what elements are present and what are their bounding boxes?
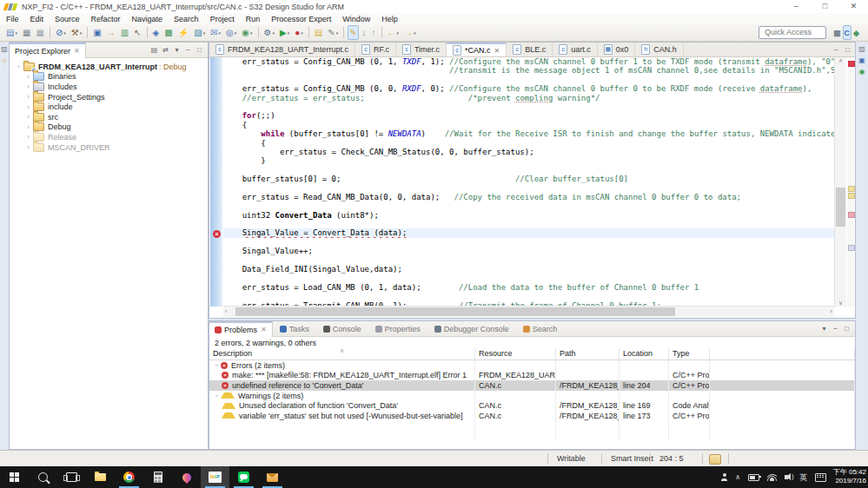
problems-group-row[interactable]: ›×Errors (2 items) [209, 360, 855, 371]
tree-item-project-settings[interactable]: ›Project_Settings [10, 92, 208, 102]
battery-icon[interactable] [748, 474, 759, 481]
save-button[interactable]: ▦ [21, 25, 32, 40]
problems-row[interactable]: Unused declaration of function 'Convert_… [209, 400, 855, 411]
open-element-button[interactable]: ▤ [313, 25, 324, 40]
forward-button[interactable]: →▾ [402, 25, 418, 40]
menu-item-search[interactable]: Search [174, 15, 199, 23]
tab-project-explorer[interactable]: Project Explorer ✕ [10, 43, 86, 58]
quick-access-box[interactable]: Quick Access [759, 26, 826, 39]
code-line[interactable]: uint32 Convert_Data (uint8*); [223, 211, 834, 220]
overview-ruler[interactable] [847, 57, 854, 307]
horizontal-scroll-thumb[interactable] [235, 307, 675, 316]
code-line[interactable]: { [223, 139, 834, 148]
dropdown-arrow-icon[interactable]: ▾ [250, 30, 253, 36]
group-expander-icon[interactable]: › [213, 392, 221, 399]
chrome-button[interactable] [115, 466, 143, 488]
debug-config-button[interactable]: ▣ [91, 25, 103, 40]
minimize-view-icon[interactable]: − [831, 43, 842, 57]
view-menu-icon[interactable]: ▾ [171, 43, 182, 57]
editor-tab-frdm-kea128-uart-interrupt-c[interactable]: cFRDM_KEA128_UART_Interrupt.c [209, 43, 355, 56]
tree-item-include[interactable]: ›include [10, 102, 208, 112]
select-tool-button[interactable]: ↖ [132, 25, 142, 40]
info-marker[interactable] [848, 245, 855, 251]
menu-item-refactor[interactable]: Refactor [91, 15, 121, 23]
code-line[interactable]: { [223, 121, 834, 129]
restore-editor-icon[interactable]: ▨ [856, 45, 868, 53]
close-button[interactable]: ✕ [839, 0, 868, 13]
refresh-button[interactable]: ◎▾ [224, 25, 238, 40]
cpp-perspective-button[interactable]: C [843, 25, 852, 40]
code-line[interactable] [223, 256, 834, 265]
code-line[interactable]: while (buffer_status[0] != NEWDATA) //Wa… [223, 129, 834, 138]
collapse-all-icon[interactable]: ▤ [149, 43, 160, 57]
mark-occurrences-button[interactable]: ✎ [348, 25, 358, 40]
code-line[interactable] [223, 76, 834, 84]
tab-debugger-console[interactable]: Debugger Console [434, 325, 509, 333]
code-line[interactable] [223, 166, 834, 175]
tree-expander-icon[interactable]: › [24, 103, 32, 111]
dropdown-arrow-icon[interactable]: ▾ [203, 30, 206, 36]
tree-expander-icon[interactable]: › [24, 133, 32, 141]
dropdown-arrow-icon[interactable]: ▾ [397, 30, 400, 36]
code-editor[interactable]: err_status = Config_CAN_MB (0, 1, TXDF, … [223, 57, 834, 307]
editor-tab-rf-c[interactable]: cRF.c [355, 43, 396, 56]
generate-code-button[interactable]: ◉▾ [240, 25, 254, 40]
group-expander-icon[interactable]: › [213, 361, 221, 369]
tree-expander-icon[interactable]: › [24, 123, 32, 131]
menu-item-window[interactable]: Window [342, 15, 370, 23]
problems-row[interactable]: ×undefined reference to 'Convert_Data'CA… [209, 380, 855, 391]
back-button[interactable]: ←▾ [386, 25, 401, 40]
dropdown-arrow-icon[interactable]: ▾ [336, 30, 339, 36]
menu-item-file[interactable]: File [6, 15, 19, 23]
tab-console[interactable]: Console [323, 325, 361, 333]
menu-item-processor-expert[interactable]: Processor Expert [271, 15, 331, 23]
tray-expand-button[interactable]: ∧ [735, 473, 740, 481]
maximize-view-icon[interactable]: □ [842, 43, 853, 57]
code-line[interactable] [223, 238, 834, 247]
code-line[interactable]: for(;;) [223, 111, 834, 120]
scroll-left-icon[interactable]: ‹ [225, 307, 228, 317]
minimized-view-icon[interactable]: ⌂ [0, 56, 9, 64]
save-all-button[interactable]: ▦ [34, 25, 45, 40]
close-view-icon[interactable]: ✕ [261, 326, 267, 333]
tree-item-src[interactable]: ›src [10, 112, 208, 122]
scroll-right-icon[interactable]: › [830, 307, 832, 317]
tree-expander-icon[interactable]: › [15, 63, 23, 70]
code-line[interactable]: err_status = Config_CAN_MB (0, 0, RXDF, … [223, 84, 834, 93]
scroll-down-icon[interactable]: ∨ [835, 300, 846, 307]
dropdown-arrow-icon[interactable]: ▾ [63, 30, 66, 36]
build-button[interactable]: ⚒▾ [70, 25, 83, 40]
task-view-button[interactable] [57, 466, 86, 488]
skip-breakpoints-button[interactable]: ⊘▾ [54, 25, 68, 40]
attach-button[interactable]: ◈ [151, 25, 162, 40]
error-marker[interactable] [848, 61, 855, 67]
warning-marker[interactable] [848, 193, 855, 199]
photos-button[interactable] [172, 466, 201, 488]
code-line[interactable] [223, 220, 834, 228]
tree-expander-icon[interactable]: › [24, 82, 32, 90]
editor-tab-uart-c[interactable]: cuart.c [553, 43, 598, 56]
taskbar-search-button[interactable] [29, 466, 57, 488]
taskbar-clock[interactable]: 下午 05:42 2019/7/16 [828, 468, 866, 485]
link-editor-icon[interactable]: ⇄ [160, 43, 171, 57]
maximize-view-icon[interactable]: □ [841, 322, 852, 336]
profile-button[interactable]: ●▾ [293, 25, 305, 40]
column-header-type[interactable]: Type [669, 348, 710, 359]
volume-icon[interactable] [785, 475, 788, 479]
code-line[interactable]: err_status = Check_CAN_MB_Status(0, 0, b… [223, 148, 834, 156]
editor-tab-0x0[interactable]: ▦0x0 [598, 43, 636, 56]
column-header-resource[interactable]: Resource [475, 348, 556, 359]
line-button[interactable] [229, 466, 258, 488]
dropdown-arrow-icon[interactable]: ▾ [15, 30, 17, 36]
problems-row[interactable]: ×make: *** [makefile:58: FRDM_KEA128_UAR… [209, 371, 855, 381]
settings-button[interactable]: ⚙▾ [262, 25, 276, 40]
tree-item-project[interactable]: ›FRDM_KEA128_UART_Interrupt: Debug [10, 62, 208, 72]
code-line[interactable] [223, 274, 834, 282]
tree-item-mscan-driver[interactable]: ›MSCAN_DRIVER [10, 142, 208, 153]
view-menu-icon[interactable]: ▾ [818, 322, 830, 336]
dropdown-arrow-icon[interactable]: ▾ [414, 30, 416, 36]
code-line[interactable] [223, 183, 834, 192]
error-marker[interactable] [848, 212, 855, 218]
menu-item-help[interactable]: Help [381, 15, 398, 23]
code-line[interactable]: Singal_Value++; [223, 247, 834, 255]
